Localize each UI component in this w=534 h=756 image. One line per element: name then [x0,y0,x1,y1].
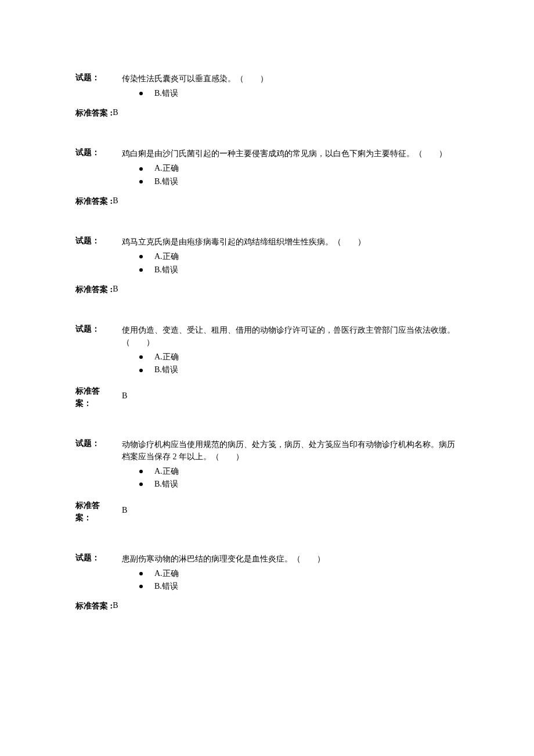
answer-label: 标准答案 : [75,108,113,118]
question-row: 试题： 动物诊疗机构应当使用规范的病历、处方笺，病历、处方笺应当印有动物诊疗机构… [75,438,459,463]
answer-label: 标准答案： [75,385,110,409]
bullet-icon [139,369,143,372]
question-text: 传染性法氏囊炎可以垂直感染。（ ） [122,73,268,85]
answer-label: 标准答案 : [75,196,113,207]
question-row: 试题： 鸡马立克氏病是由疱疹病毒引起的鸡结缔组织增生性疾病。（ ） [75,236,459,248]
option-item: B.错误 [139,363,459,376]
option-item: A.正确 [139,351,459,363]
answer-row: 标准答案 : B [75,108,459,118]
option-label: A.正确 [154,567,179,580]
bullet-icon [139,92,143,95]
question-row: 试题： 使用伪造、变造、受让、租用、借用的动物诊疗许可证的，兽医行政主管部门应当… [75,324,459,348]
answer-label: 标准答案 : [75,285,113,295]
question-label: 试题： [75,438,110,449]
bullet-icon [139,180,143,183]
options-list: A.正确 B.错误 [139,351,459,377]
question-block: 试题： 鸡马立克氏病是由疱疹病毒引起的鸡结缔组织增生性疾病。（ ） A.正确 B… [75,236,459,295]
question-text: 鸡白痢是由沙门氏菌引起的一种主要侵害成鸡的常见病，以白色下痢为主要特征。（ ） [122,147,447,160]
bullet-icon [139,572,143,575]
answer-value: B [113,108,118,117]
options-list: B.错误 [139,87,459,100]
option-item: A.正确 [139,567,459,580]
option-label: A.正确 [154,351,179,363]
bullet-icon [139,483,143,486]
option-item: A.正确 [139,465,459,478]
question-text: 鸡马立克氏病是由疱疹病毒引起的鸡结缔组织增生性疾病。（ ） [122,236,366,248]
question-block: 试题： 动物诊疗机构应当使用规范的病历、处方笺，病历、处方笺应当印有动物诊疗机构… [75,438,459,524]
bullet-icon [139,355,143,359]
answer-row: 标准答案： B [75,385,459,409]
question-block: 试题： 传染性法氏囊炎可以垂直感染。（ ） B.错误 标准答案 : B [75,73,459,118]
option-label: A.正确 [154,162,179,175]
answer-value: B [113,196,118,206]
question-row: 试题： 患副伤寒动物的淋巴结的病理变化是血性炎症。（ ） [75,553,459,565]
question-text: 使用伪造、变造、受让、租用、借用的动物诊疗许可证的，兽医行政主管部门应当依法收缴… [122,324,459,348]
answer-row: 标准答案 : B [75,196,459,207]
question-label: 试题： [75,73,110,83]
bullet-icon [139,255,143,258]
bullet-icon [139,585,143,588]
option-item: B.错误 [139,175,459,188]
option-item: B.错误 [139,87,459,100]
bullet-icon [139,167,143,171]
answer-value: B [113,285,118,294]
option-item: A.正确 [139,162,459,175]
question-label: 试题： [75,147,110,158]
answer-label: 标准答案 : [75,601,113,611]
answer-row: 标准答案 : B [75,601,459,611]
bullet-icon [139,470,143,473]
option-label: B.错误 [154,264,178,276]
options-list: A.正确 B.错误 [139,250,459,276]
options-list: A.正确 B.错误 [139,162,459,188]
question-text: 患副伤寒动物的淋巴结的病理变化是血性炎症。（ ） [122,553,325,565]
option-item: B.错误 [139,478,459,491]
answer-value: B [122,385,127,402]
question-row: 试题： 鸡白痢是由沙门氏菌引起的一种主要侵害成鸡的常见病，以白色下痢为主要特征。… [75,147,459,160]
answer-row: 标准答案： B [75,499,459,524]
question-label: 试题： [75,324,110,334]
answer-value: B [122,499,127,516]
option-item: B.错误 [139,580,459,593]
options-list: A.正确 B.错误 [139,567,459,593]
option-label: B.错误 [154,478,178,491]
question-row: 试题： 传染性法氏囊炎可以垂直感染。（ ） [75,73,459,85]
option-item: A.正确 [139,250,459,263]
question-label: 试题： [75,236,110,246]
option-item: B.错误 [139,264,459,276]
answer-row: 标准答案 : B [75,285,459,295]
question-block: 试题： 患副伤寒动物的淋巴结的病理变化是血性炎症。（ ） A.正确 B.错误 标… [75,553,459,612]
question-label: 试题： [75,553,110,563]
option-label: B.错误 [154,363,178,376]
answer-value: B [113,601,118,610]
option-label: A.正确 [154,250,179,263]
option-label: A.正确 [154,465,179,478]
question-block: 试题： 使用伪造、变造、受让、租用、借用的动物诊疗许可证的，兽医行政主管部门应当… [75,324,459,409]
question-text: 动物诊疗机构应当使用规范的病历、处方笺，病历、处方笺应当印有动物诊疗机构名称。病… [122,438,459,463]
bullet-icon [139,268,143,272]
option-label: B.错误 [154,175,178,188]
question-block: 试题： 鸡白痢是由沙门氏菌引起的一种主要侵害成鸡的常见病，以白色下痢为主要特征。… [75,147,459,207]
answer-label: 标准答案： [75,499,110,524]
options-list: A.正确 B.错误 [139,465,459,491]
option-label: B.错误 [154,87,178,100]
option-label: B.错误 [154,580,178,593]
